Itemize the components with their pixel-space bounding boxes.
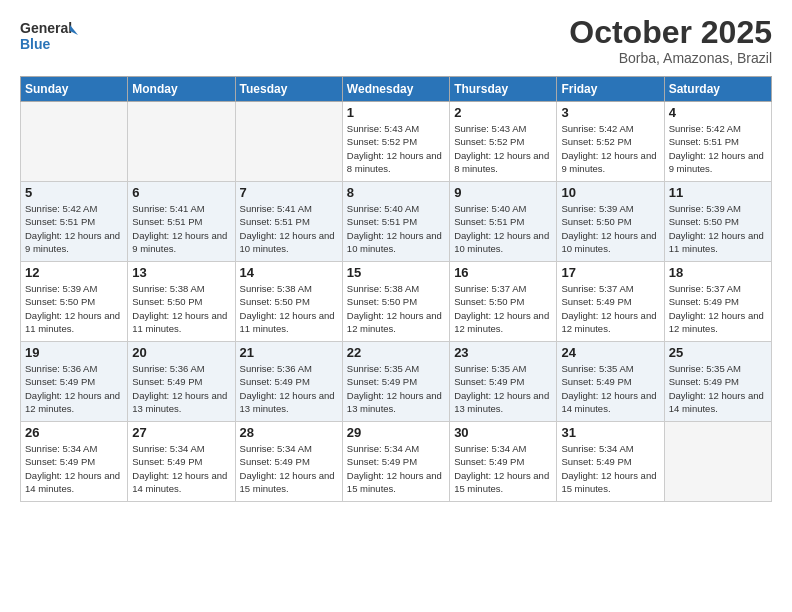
table-row: 17Sunrise: 5:37 AMSunset: 5:49 PMDayligh… [557, 262, 664, 342]
day-info: Sunrise: 5:38 AMSunset: 5:50 PMDaylight:… [240, 282, 338, 335]
day-info: Sunrise: 5:34 AMSunset: 5:49 PMDaylight:… [25, 442, 123, 495]
header-friday: Friday [557, 77, 664, 102]
table-row: 31Sunrise: 5:34 AMSunset: 5:49 PMDayligh… [557, 422, 664, 502]
table-row: 7Sunrise: 5:41 AMSunset: 5:51 PMDaylight… [235, 182, 342, 262]
day-number: 6 [132, 185, 230, 200]
calendar-table: Sunday Monday Tuesday Wednesday Thursday… [20, 76, 772, 502]
table-row: 13Sunrise: 5:38 AMSunset: 5:50 PMDayligh… [128, 262, 235, 342]
day-info: Sunrise: 5:34 AMSunset: 5:49 PMDaylight:… [132, 442, 230, 495]
day-info: Sunrise: 5:35 AMSunset: 5:49 PMDaylight:… [454, 362, 552, 415]
page-header: General Blue October 2025 Borba, Amazona… [20, 15, 772, 66]
day-info: Sunrise: 5:41 AMSunset: 5:51 PMDaylight:… [132, 202, 230, 255]
day-number: 12 [25, 265, 123, 280]
table-row [664, 422, 771, 502]
table-row: 20Sunrise: 5:36 AMSunset: 5:49 PMDayligh… [128, 342, 235, 422]
day-info: Sunrise: 5:43 AMSunset: 5:52 PMDaylight:… [347, 122, 445, 175]
day-number: 27 [132, 425, 230, 440]
day-info: Sunrise: 5:39 AMSunset: 5:50 PMDaylight:… [561, 202, 659, 255]
table-row: 15Sunrise: 5:38 AMSunset: 5:50 PMDayligh… [342, 262, 449, 342]
logo-svg: General Blue [20, 15, 80, 57]
table-row: 1Sunrise: 5:43 AMSunset: 5:52 PMDaylight… [342, 102, 449, 182]
day-number: 25 [669, 345, 767, 360]
day-number: 30 [454, 425, 552, 440]
day-number: 20 [132, 345, 230, 360]
day-number: 31 [561, 425, 659, 440]
day-number: 5 [25, 185, 123, 200]
location-subtitle: Borba, Amazonas, Brazil [569, 50, 772, 66]
day-info: Sunrise: 5:43 AMSunset: 5:52 PMDaylight:… [454, 122, 552, 175]
calendar-week-row: 26Sunrise: 5:34 AMSunset: 5:49 PMDayligh… [21, 422, 772, 502]
table-row: 6Sunrise: 5:41 AMSunset: 5:51 PMDaylight… [128, 182, 235, 262]
day-info: Sunrise: 5:39 AMSunset: 5:50 PMDaylight:… [669, 202, 767, 255]
day-number: 14 [240, 265, 338, 280]
day-info: Sunrise: 5:40 AMSunset: 5:51 PMDaylight:… [454, 202, 552, 255]
day-number: 15 [347, 265, 445, 280]
day-info: Sunrise: 5:35 AMSunset: 5:49 PMDaylight:… [561, 362, 659, 415]
table-row: 10Sunrise: 5:39 AMSunset: 5:50 PMDayligh… [557, 182, 664, 262]
day-number: 10 [561, 185, 659, 200]
table-row: 23Sunrise: 5:35 AMSunset: 5:49 PMDayligh… [450, 342, 557, 422]
day-number: 16 [454, 265, 552, 280]
day-number: 26 [25, 425, 123, 440]
day-info: Sunrise: 5:38 AMSunset: 5:50 PMDaylight:… [347, 282, 445, 335]
day-number: 17 [561, 265, 659, 280]
table-row: 29Sunrise: 5:34 AMSunset: 5:49 PMDayligh… [342, 422, 449, 502]
svg-text:Blue: Blue [20, 36, 51, 52]
table-row: 4Sunrise: 5:42 AMSunset: 5:51 PMDaylight… [664, 102, 771, 182]
header-sunday: Sunday [21, 77, 128, 102]
day-number: 19 [25, 345, 123, 360]
day-info: Sunrise: 5:34 AMSunset: 5:49 PMDaylight:… [240, 442, 338, 495]
day-number: 21 [240, 345, 338, 360]
day-number: 3 [561, 105, 659, 120]
calendar-week-row: 12Sunrise: 5:39 AMSunset: 5:50 PMDayligh… [21, 262, 772, 342]
day-info: Sunrise: 5:39 AMSunset: 5:50 PMDaylight:… [25, 282, 123, 335]
header-monday: Monday [128, 77, 235, 102]
calendar-header-row: Sunday Monday Tuesday Wednesday Thursday… [21, 77, 772, 102]
calendar-week-row: 1Sunrise: 5:43 AMSunset: 5:52 PMDaylight… [21, 102, 772, 182]
day-number: 2 [454, 105, 552, 120]
header-saturday: Saturday [664, 77, 771, 102]
day-number: 18 [669, 265, 767, 280]
table-row: 9Sunrise: 5:40 AMSunset: 5:51 PMDaylight… [450, 182, 557, 262]
day-info: Sunrise: 5:38 AMSunset: 5:50 PMDaylight:… [132, 282, 230, 335]
day-info: Sunrise: 5:41 AMSunset: 5:51 PMDaylight:… [240, 202, 338, 255]
day-number: 8 [347, 185, 445, 200]
table-row: 21Sunrise: 5:36 AMSunset: 5:49 PMDayligh… [235, 342, 342, 422]
table-row: 27Sunrise: 5:34 AMSunset: 5:49 PMDayligh… [128, 422, 235, 502]
table-row: 11Sunrise: 5:39 AMSunset: 5:50 PMDayligh… [664, 182, 771, 262]
header-wednesday: Wednesday [342, 77, 449, 102]
table-row [128, 102, 235, 182]
table-row: 25Sunrise: 5:35 AMSunset: 5:49 PMDayligh… [664, 342, 771, 422]
day-number: 1 [347, 105, 445, 120]
table-row: 24Sunrise: 5:35 AMSunset: 5:49 PMDayligh… [557, 342, 664, 422]
calendar-week-row: 19Sunrise: 5:36 AMSunset: 5:49 PMDayligh… [21, 342, 772, 422]
logo: General Blue [20, 15, 80, 57]
day-info: Sunrise: 5:34 AMSunset: 5:49 PMDaylight:… [454, 442, 552, 495]
day-info: Sunrise: 5:37 AMSunset: 5:49 PMDaylight:… [561, 282, 659, 335]
day-info: Sunrise: 5:36 AMSunset: 5:49 PMDaylight:… [132, 362, 230, 415]
table-row [21, 102, 128, 182]
day-number: 7 [240, 185, 338, 200]
table-row: 28Sunrise: 5:34 AMSunset: 5:49 PMDayligh… [235, 422, 342, 502]
table-row: 19Sunrise: 5:36 AMSunset: 5:49 PMDayligh… [21, 342, 128, 422]
day-info: Sunrise: 5:34 AMSunset: 5:49 PMDaylight:… [347, 442, 445, 495]
table-row: 12Sunrise: 5:39 AMSunset: 5:50 PMDayligh… [21, 262, 128, 342]
day-number: 22 [347, 345, 445, 360]
day-info: Sunrise: 5:35 AMSunset: 5:49 PMDaylight:… [669, 362, 767, 415]
day-info: Sunrise: 5:42 AMSunset: 5:51 PMDaylight:… [669, 122, 767, 175]
header-tuesday: Tuesday [235, 77, 342, 102]
month-title: October 2025 [569, 15, 772, 50]
table-row: 2Sunrise: 5:43 AMSunset: 5:52 PMDaylight… [450, 102, 557, 182]
table-row: 16Sunrise: 5:37 AMSunset: 5:50 PMDayligh… [450, 262, 557, 342]
table-row: 14Sunrise: 5:38 AMSunset: 5:50 PMDayligh… [235, 262, 342, 342]
day-number: 29 [347, 425, 445, 440]
day-info: Sunrise: 5:42 AMSunset: 5:51 PMDaylight:… [25, 202, 123, 255]
table-row: 26Sunrise: 5:34 AMSunset: 5:49 PMDayligh… [21, 422, 128, 502]
table-row: 8Sunrise: 5:40 AMSunset: 5:51 PMDaylight… [342, 182, 449, 262]
table-row: 18Sunrise: 5:37 AMSunset: 5:49 PMDayligh… [664, 262, 771, 342]
day-number: 9 [454, 185, 552, 200]
day-number: 24 [561, 345, 659, 360]
table-row: 5Sunrise: 5:42 AMSunset: 5:51 PMDaylight… [21, 182, 128, 262]
day-info: Sunrise: 5:37 AMSunset: 5:49 PMDaylight:… [669, 282, 767, 335]
table-row [235, 102, 342, 182]
